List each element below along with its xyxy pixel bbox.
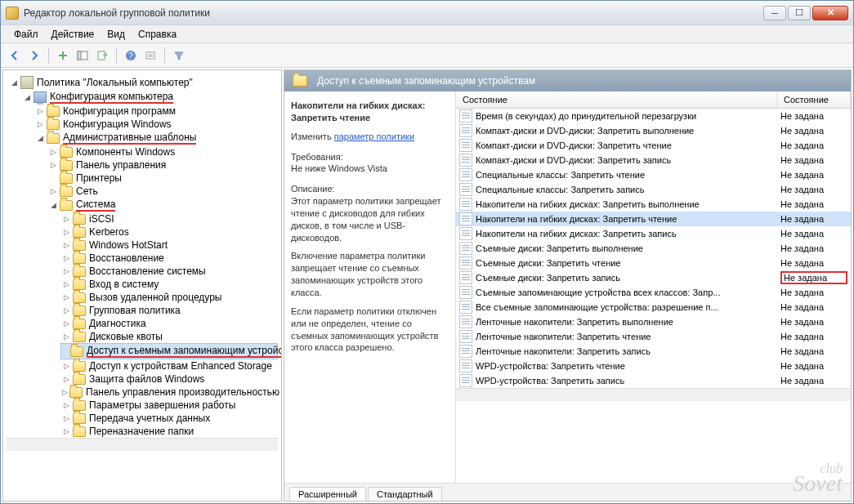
list-row[interactable]: Съемные диски: Запретить записьНе задана — [456, 270, 851, 285]
folder-icon — [70, 346, 83, 357]
menu-action[interactable]: Действие — [45, 27, 101, 42]
folder-icon — [60, 186, 73, 197]
list-row[interactable]: Накопители на гибких дисках: Запретить ч… — [456, 212, 851, 226]
tree-item[interactable]: ▷Вход в систему — [60, 278, 278, 291]
policy-root-icon — [20, 76, 34, 89]
list-item-name: Специальные классы: Запретить чтение — [476, 170, 780, 180]
tree-item[interactable]: ▷Передача учетных данных — [60, 412, 278, 425]
toolbar-separator — [116, 47, 117, 64]
list-item-state: Не задана — [780, 199, 847, 209]
tree-admin-templates[interactable]: ◢Административные шаблоны — [34, 131, 278, 145]
col-header-state[interactable]: Состояние — [456, 91, 777, 108]
toolbar-separator — [164, 47, 165, 64]
list-item-state: Не задана — [780, 376, 847, 386]
list-hscrollbar[interactable] — [456, 388, 851, 401]
tab-standard[interactable]: Стандартный — [368, 487, 442, 501]
list-row[interactable]: Все съемные запоминающие устройства: раз… — [456, 300, 851, 314]
tree-item[interactable]: ▷Панель управления производительностью — [60, 386, 278, 399]
list-item-state: Не задана — [780, 155, 847, 165]
export-button[interactable] — [93, 47, 111, 65]
col-header-state2[interactable]: Состояние — [777, 91, 851, 108]
folder-icon — [73, 227, 86, 238]
filter-button[interactable] — [170, 47, 188, 65]
forward-button[interactable] — [25, 47, 43, 65]
list-row[interactable]: Накопители на гибких дисках: Запретить в… — [456, 197, 851, 212]
desc-text: Если параметр политики отключен или не о… — [291, 306, 449, 354]
tree-item[interactable]: ▷Восстановление системы — [60, 265, 278, 278]
up-button[interactable] — [54, 47, 72, 65]
setting-icon — [459, 256, 472, 270]
tree-item[interactable]: ▷Панель управления — [47, 158, 278, 172]
tree-item[interactable]: ▷Конфигурация Windows — [34, 118, 278, 131]
tree-item[interactable]: ▷Переназначение папки — [60, 425, 278, 438]
list-row[interactable]: Специальные классы: Запретить чтениеНе з… — [456, 167, 851, 182]
list-row[interactable]: Съемные диски: Запретить чтениеНе задана — [456, 256, 851, 270]
list-row[interactable]: Ленточные накопители: Запретить записьНе… — [456, 344, 851, 359]
tree-item[interactable]: ▷Конфигурация программ — [34, 105, 278, 118]
setting-icon — [459, 330, 472, 343]
folder-icon — [60, 200, 73, 211]
setting-icon — [459, 212, 472, 225]
tree-item[interactable]: ▷Kerberos — [60, 225, 278, 239]
list-row[interactable]: WPD-устройства: Запретить записьНе задан… — [456, 373, 851, 388]
tree-label: Административные шаблоны — [63, 132, 196, 145]
list-row[interactable]: Накопители на гибких дисках: Запретить з… — [456, 226, 851, 241]
tree-config-computer[interactable]: ◢ Конфигурация компьютера — [21, 90, 278, 105]
list-row[interactable]: Компакт-диски и DVD-диски: Запретить вып… — [456, 123, 851, 138]
setting-icon — [459, 198, 472, 211]
maximize-button[interactable]: ☐ — [788, 6, 811, 20]
tree-item[interactable]: ▷Windows HotStart — [60, 239, 278, 252]
show-hide-tree-button[interactable] — [74, 47, 92, 65]
minimize-button[interactable]: ─ — [763, 6, 786, 20]
tree-item[interactable]: ▷Защита файлов Windows — [60, 372, 278, 386]
tree-item[interactable]: ▷Принтеры — [47, 172, 278, 185]
tree-item[interactable]: ▷Вызов удаленной процедуры — [60, 291, 278, 304]
tree-system[interactable]: ◢Система — [47, 198, 278, 212]
folder-icon — [73, 240, 86, 251]
list-row[interactable]: Время (в секундах) до принудительной пер… — [456, 109, 851, 123]
tree-root[interactable]: ◢ Политика "Локальный компьютер" — [8, 75, 278, 90]
tree-label: Сеть — [76, 185, 98, 197]
tree-item[interactable]: ▷Компоненты Windows — [47, 145, 278, 158]
list-item-state: Не задана — [780, 346, 847, 356]
tree-item[interactable]: ▷Параметры завершения работы — [60, 399, 278, 412]
setting-icon — [459, 154, 472, 167]
tree-item[interactable]: ▷Доступ к устройствам Enhanced Storage — [60, 359, 278, 372]
list-row[interactable]: Специальные классы: Запретить записьНе з… — [456, 182, 851, 197]
edit-link[interactable]: параметр политики — [334, 132, 414, 141]
tree-hscrollbar[interactable] — [7, 438, 278, 451]
menu-view[interactable]: Вид — [101, 27, 132, 42]
close-button[interactable]: ✕ — [812, 6, 848, 20]
tree-item[interactable]: ▷Сеть — [47, 185, 278, 198]
tree-item[interactable]: ▷Восстановление — [60, 252, 278, 265]
tab-extended[interactable]: Расширенный — [289, 487, 366, 501]
tree-item[interactable]: ▷Диагностика — [60, 317, 278, 330]
tree-panel[interactable]: ◢ Политика "Локальный компьютер" ◢ Конфи… — [2, 69, 282, 502]
back-button[interactable] — [6, 47, 24, 65]
tree-item[interactable]: ▷Дисковые квоты — [60, 330, 278, 343]
menu-file[interactable]: Файл — [7, 27, 45, 42]
tree-item[interactable]: ▷Групповая политика — [60, 304, 278, 317]
folder-icon — [73, 400, 86, 411]
list-row[interactable]: Компакт-диски и DVD-диски: Запретить зап… — [456, 153, 851, 167]
folder-icon — [73, 332, 86, 342]
folder-icon — [73, 279, 86, 290]
list-row[interactable]: WPD-устройства: Запретить чтениеНе задан… — [456, 359, 851, 373]
list-row[interactable]: Ленточные накопители: Запретить чтениеНе… — [456, 329, 851, 344]
menu-help[interactable]: Справка — [132, 27, 183, 42]
list-item-name: Компакт-диски и DVD-диски: Запретить чте… — [476, 140, 780, 150]
list-row[interactable]: Ленточные накопители: Запретить выполнен… — [456, 314, 851, 329]
properties-button[interactable] — [141, 47, 159, 65]
setting-icon — [459, 359, 472, 372]
list-row[interactable]: Съемные запоминающие устройства всех кла… — [456, 285, 851, 300]
svg-rect-5 — [146, 52, 154, 59]
tree-item-selected[interactable]: ▷Доступ к съемным запоминающим устройств… — [60, 343, 278, 359]
list-row[interactable]: Съемные диски: Запретить выполнениеНе за… — [456, 241, 851, 256]
tree-item[interactable]: ▷iSCSI — [60, 212, 278, 225]
folder-icon — [60, 147, 73, 158]
toolbar-separator — [48, 47, 49, 64]
help-button[interactable]: ? — [122, 47, 140, 65]
list-pane[interactable]: Состояние Состояние Время (в секундах) д… — [456, 91, 851, 483]
list-row[interactable]: Компакт-диски и DVD-диски: Запретить чте… — [456, 138, 851, 153]
tree-label: Windows HotStart — [89, 239, 168, 251]
